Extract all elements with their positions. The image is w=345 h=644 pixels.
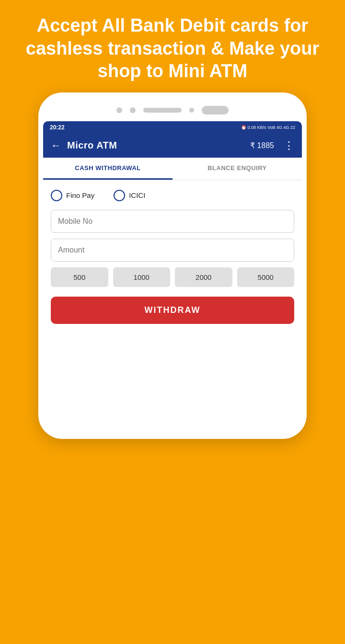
radio-circle-icici	[114, 190, 125, 201]
hero-text: Accept All Bank Debit cards for cashless…	[0, 0, 345, 92]
balance-amount: ₹ 1885	[250, 141, 274, 150]
radio-group: Fino Pay ICICI	[51, 190, 294, 201]
menu-icon[interactable]: ⋮	[284, 139, 294, 152]
tab-bar: CASH WITHDRAWAL BLANCE ENQUIRY	[43, 158, 302, 180]
status-time: 20:22	[50, 124, 65, 131]
camera-dot-left	[116, 107, 122, 113]
app-title: Micro ATM	[67, 140, 244, 151]
screen-spacer	[43, 334, 302, 429]
tab-cash-withdrawal[interactable]: CASH WITHDRAWAL	[43, 158, 172, 180]
amount-btn-2000[interactable]: 2000	[175, 267, 232, 287]
radio-circle-fino	[51, 190, 62, 201]
phone-mockup: 20:22 ⏰ 0.08 KB/s VoB 4G 4G 22 ← Micro A…	[38, 92, 307, 439]
radio-label-fino: Fino Pay	[66, 191, 94, 199]
radio-icici[interactable]: ICICI	[114, 190, 145, 201]
mobile-input[interactable]	[51, 210, 294, 233]
amount-btn-500[interactable]: 500	[51, 267, 108, 287]
phone-screen: 20:22 ⏰ 0.08 KB/s VoB 4G 4G 22 ← Micro A…	[43, 121, 302, 429]
status-icons: ⏰ 0.08 KB/s VoB 4G 4G 22	[241, 125, 295, 130]
speaker-bar	[143, 108, 182, 113]
quick-amount-buttons: 500 1000 2000 5000	[51, 267, 294, 287]
app-header: ← Micro ATM ₹ 1885 ⋮	[43, 134, 302, 158]
amount-btn-5000[interactable]: 5000	[237, 267, 295, 287]
front-camera	[189, 108, 194, 113]
radio-label-icici: ICICI	[129, 191, 145, 199]
back-button[interactable]: ←	[51, 139, 61, 152]
amount-input[interactable]	[51, 239, 294, 262]
status-bar: 20:22 ⏰ 0.08 KB/s VoB 4G 4G 22	[43, 121, 302, 134]
content-area: Fino Pay ICICI 500 1000 2000 5000 WITHDR…	[43, 180, 302, 334]
withdraw-button[interactable]: WITHDRAW	[51, 297, 294, 324]
radio-fino-pay[interactable]: Fino Pay	[51, 190, 94, 201]
pill-button	[202, 106, 229, 115]
phone-top-bar	[43, 102, 302, 121]
camera-dot-right	[130, 107, 136, 113]
amount-btn-1000[interactable]: 1000	[113, 267, 171, 287]
tab-balance-enquiry[interactable]: BLANCE ENQUIRY	[172, 158, 302, 180]
